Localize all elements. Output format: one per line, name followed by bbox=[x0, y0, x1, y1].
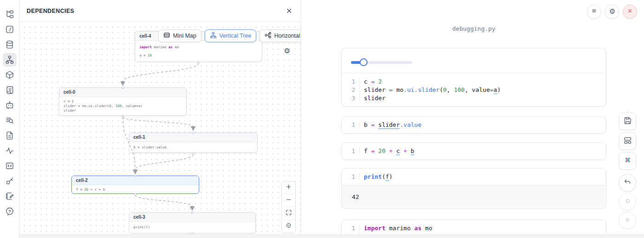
line-number: 1 bbox=[342, 78, 359, 86]
view-button-mini-map[interactable]: Mini Map bbox=[158, 29, 201, 42]
code-editor[interactable]: 1f = 20 + c + b bbox=[342, 143, 606, 159]
file-text-icon bbox=[5, 131, 14, 140]
slider-knob[interactable] bbox=[360, 58, 368, 66]
graph-node-cell-1[interactable]: cell-1b = slider.value bbox=[129, 132, 258, 153]
sidebar-item-help[interactable]: ? bbox=[3, 204, 17, 218]
view-button-vertical-tree[interactable]: Vertical Tree bbox=[205, 29, 256, 42]
file-tree-icon bbox=[5, 10, 14, 19]
sidebar-item-documentation[interactable] bbox=[3, 129, 17, 142]
notebook-pen-icon bbox=[5, 192, 14, 201]
graph-view-buttons: Mini MapVertical TreeHorizontal Tree bbox=[158, 29, 301, 42]
line-number: 3 bbox=[342, 94, 359, 102]
graph-node-code: f = 20 + c + b bbox=[72, 185, 199, 194]
graph-node-title: cell-0 bbox=[59, 88, 186, 97]
close-panel-button[interactable] bbox=[286, 7, 293, 14]
sidebar-item-snippets[interactable] bbox=[3, 159, 17, 173]
sidebar-item-scratchpad[interactable] bbox=[3, 189, 17, 203]
panel-title: DEPENDENCIES bbox=[27, 8, 74, 14]
dependency-graph[interactable]: Mini MapVertical TreeHorizontal Tree ⚙ c… bbox=[19, 22, 301, 234]
graph-node-code: b = slider.value bbox=[129, 142, 257, 153]
cell-widget-row bbox=[342, 48, 606, 74]
sidebar-item-data-sources[interactable] bbox=[3, 38, 17, 51]
svg-text:⚙: ⚙ bbox=[284, 47, 290, 55]
stop-icon bbox=[623, 197, 632, 207]
database-icon bbox=[5, 40, 14, 49]
layout-icon bbox=[623, 136, 632, 147]
svg-text:⚙: ⚙ bbox=[609, 7, 615, 15]
code-editor[interactable]: 1print(f) bbox=[342, 169, 606, 185]
graph-node-code: c = 2slider = mo.ui.slider(0, 100, value… bbox=[59, 97, 186, 115]
horizontal-tree-icon bbox=[264, 32, 271, 40]
svg-text:⌘: ⌘ bbox=[625, 156, 631, 163]
notebook-menu-button[interactable] bbox=[587, 5, 601, 19]
undo-delete-button[interactable] bbox=[619, 174, 636, 192]
scroll-icon bbox=[5, 85, 14, 95]
sidebar-item-variables[interactable]: f bbox=[3, 23, 17, 36]
close-icon bbox=[627, 7, 633, 16]
menu-icon bbox=[591, 7, 598, 16]
notebook-cell-print-cell: 1print(f)42 bbox=[341, 168, 606, 209]
sidebar: f? bbox=[0, 0, 19, 238]
sidebar-item-ai-chat[interactable] bbox=[3, 98, 17, 112]
plus-icon bbox=[285, 183, 292, 192]
locate-node-button[interactable] bbox=[282, 220, 295, 232]
fit-view-button[interactable] bbox=[282, 207, 295, 220]
run-all-button[interactable] bbox=[619, 212, 636, 229]
graph-node-cell-2[interactable]: cell-2f = 20 + c + b bbox=[71, 176, 199, 194]
graph-node-title: cell-2 bbox=[72, 176, 199, 185]
view-button-horizontal-tree[interactable]: Horizontal Tree bbox=[259, 29, 301, 42]
minimap-icon bbox=[163, 32, 170, 40]
zoom-out-button[interactable] bbox=[282, 194, 295, 207]
svg-text:f: f bbox=[8, 27, 12, 33]
layouts-button[interactable] bbox=[619, 132, 636, 150]
gear-icon: ⚙ bbox=[607, 6, 617, 18]
gear-icon: ⚙ bbox=[282, 49, 292, 57]
graph-node-title: cell-1 bbox=[129, 133, 257, 142]
activity-icon bbox=[5, 146, 14, 155]
sidebar-item-dependencies[interactable] bbox=[3, 53, 17, 67]
bot-icon bbox=[5, 101, 14, 110]
graph-node-cell-0[interactable]: cell-0c = 2slider = mo.ui.slider(0, 100,… bbox=[59, 87, 187, 116]
graph-settings-button[interactable]: ⚙ bbox=[282, 45, 292, 57]
keyboard-shortcuts-button[interactable]: ⌘ bbox=[619, 152, 636, 170]
notebook-header-buttons: ⚙ bbox=[587, 5, 637, 19]
save-icon bbox=[623, 116, 632, 127]
sidebar-item-packages[interactable] bbox=[3, 68, 17, 82]
cell-output: 42 bbox=[342, 185, 606, 208]
function-icon: f bbox=[5, 25, 14, 34]
locate-icon bbox=[285, 222, 292, 231]
save-button[interactable] bbox=[619, 113, 636, 130]
help-icon: ? bbox=[5, 207, 14, 216]
zoom-in-button[interactable] bbox=[282, 181, 295, 194]
sidebar-item-outline[interactable] bbox=[3, 144, 17, 158]
code-square-icon bbox=[5, 161, 14, 170]
sidebar-item-logs[interactable] bbox=[3, 83, 17, 97]
close-icon bbox=[286, 7, 293, 14]
view-button-label: Horizontal Tree bbox=[274, 33, 301, 39]
code-editor[interactable]: 1b = slider.value bbox=[342, 117, 606, 133]
sidebar-item-tracebacks[interactable] bbox=[3, 113, 17, 127]
undo-icon bbox=[623, 178, 632, 188]
minus-icon bbox=[285, 196, 292, 205]
slider-widget[interactable] bbox=[351, 61, 412, 64]
view-button-label: Mini Map bbox=[173, 33, 196, 39]
notebook-settings-button[interactable]: ⚙ bbox=[605, 5, 619, 19]
line-number: 1 bbox=[342, 224, 359, 232]
code-editor[interactable]: 1c = 22slider = mo.ui.slider(0, 100, val… bbox=[342, 74, 606, 107]
shutdown-button[interactable] bbox=[623, 5, 637, 19]
horizontal-scrollbar[interactable] bbox=[19, 234, 644, 238]
line-number: 2 bbox=[342, 86, 359, 94]
play-icon bbox=[623, 215, 632, 226]
notebook-cell-b-cell: 1b = slider.value bbox=[341, 116, 606, 134]
sidebar-item-files[interactable] bbox=[3, 7, 17, 21]
maximize-icon bbox=[285, 209, 292, 218]
package-icon bbox=[5, 70, 14, 79]
graph-node-cell-3[interactable]: cell-3print(f) bbox=[129, 212, 256, 233]
stop-kernel-button[interactable] bbox=[619, 193, 636, 210]
command-icon: ⌘ bbox=[623, 156, 632, 166]
sidebar-item-secrets[interactable] bbox=[3, 174, 17, 188]
vertical-tree-icon bbox=[210, 32, 217, 40]
dependencies-panel-header: DEPENDENCIES bbox=[19, 0, 301, 22]
graph-zoom-controls bbox=[282, 181, 296, 233]
app: f? DEPENDENCIES Mini MapVertical TreeHor… bbox=[0, 0, 644, 238]
